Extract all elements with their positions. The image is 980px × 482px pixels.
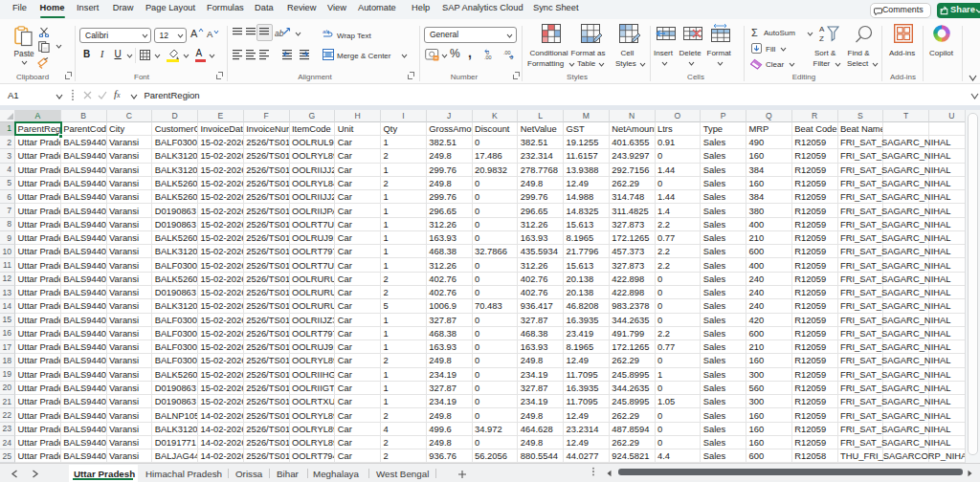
svg-text:.00: .00 [484,55,492,60]
